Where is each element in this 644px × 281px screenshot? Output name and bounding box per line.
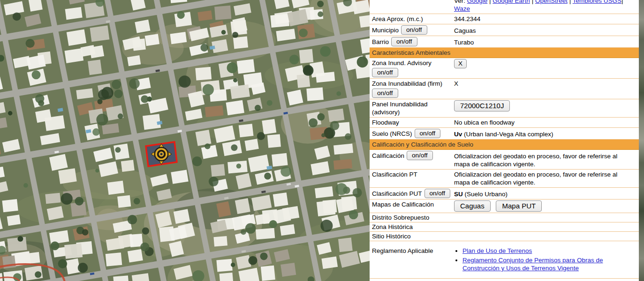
barrio-toggle-button[interactable]: on/off — [391, 37, 417, 46]
row-reglamento-aplicable: Reglamento Aplicable Plan de Uso de Terr… — [370, 241, 639, 279]
zona-inund-advisory-label: Zona Inund. Advisory — [372, 59, 432, 67]
satellite-map[interactable] — [0, 0, 370, 281]
row-clasificacion-put: Clasificación PUT on/off SU (Suelo Urban… — [370, 188, 639, 200]
external-map-links: Ver: Google | Google Earth | OpenStreet … — [453, 0, 636, 13]
link-openstreet[interactable]: OpenStreet — [535, 0, 568, 4]
zona-historica-label: Zona Histórica — [372, 223, 413, 231]
floodway-value: No ubica en floodway — [454, 119, 515, 126]
link-separator: | — [621, 0, 623, 4]
list-item: Plan de Uso de Terrenos — [462, 247, 633, 255]
row-floodway: Floodway No ubica en floodway — [370, 118, 639, 128]
mapa-put-button[interactable]: Mapa PUT — [496, 200, 542, 212]
zona-inund-firm-value: X — [454, 80, 458, 87]
row-view-links: Ver: Google | Google Earth | OpenStreet … — [370, 0, 639, 14]
barrio-label: Barrio — [372, 38, 389, 46]
calificacion-value: Oficializacion del geodato en proceso, f… — [454, 153, 617, 168]
link-temblores-usgs[interactable]: Temblores USGS — [573, 0, 621, 4]
link-waze[interactable]: Waze — [454, 5, 470, 12]
row-barrio: Barrio on/off Turabo — [370, 36, 639, 48]
reglamento-label: Reglamento Aplicable — [372, 247, 433, 255]
link-plan-uso-terrenos[interactable]: Plan de Uso de Terrenos — [462, 247, 532, 254]
clasificacion-pt-label: Clasificación PT — [372, 170, 417, 178]
row-clasificacion-pt: Clasificación PT Oficializacion del geod… — [370, 170, 639, 188]
row-panel-inund: Panel Inundabilidad (advisory) 72000C121… — [370, 99, 639, 118]
barrio-value: Turabo — [454, 39, 474, 46]
suelo-nrcs-toggle-button[interactable]: on/off — [415, 129, 441, 138]
zona-inund-firm-toggle-button[interactable]: on/off — [372, 89, 398, 98]
link-separator: | — [530, 0, 535, 4]
municipio-toggle-button[interactable]: on/off — [401, 25, 427, 35]
mapa-caguas-button[interactable]: Caguas — [454, 200, 491, 212]
area-label: Area Aprox. (m.c.) — [372, 15, 423, 23]
row-zona-inund-firm: Zona Inundabilidad (firm) on/off X — [370, 79, 639, 99]
zona-inund-advisory-toggle-button[interactable]: on/off — [372, 68, 398, 77]
info-panel: Ver: Google | Google Earth | OpenStreet … — [370, 0, 639, 281]
suelo-nrcs-code: Uv — [454, 131, 462, 138]
clasificacion-put-code: SU — [454, 191, 463, 198]
link-google-earth[interactable]: Google Earth — [492, 0, 530, 4]
row-suelo-nrcs: Suelo (NRCS) on/off Uv (Urban land-Vega … — [370, 128, 639, 140]
mapas-calificacion-label: Mapas de Calificación — [372, 200, 434, 208]
row-area: Area Aprox. (m.c.) 344.2344 — [370, 14, 639, 24]
row-sitio-historico: Sitio Histórico — [370, 232, 639, 241]
zona-inund-firm-label: Zona Inundabilidad (firm) — [372, 80, 442, 87]
section-header-ambientales: Características Ambientales — [370, 48, 639, 58]
calificacion-label: Calificación — [372, 152, 404, 160]
row-zona-historica: Zona Histórica — [370, 222, 639, 232]
map-edge-strip[interactable] — [639, 0, 644, 281]
clasificacion-put-toggle-button[interactable]: on/off — [424, 189, 451, 198]
row-distrito-sobrepuesto: Distrito Sobrepuesto — [370, 213, 639, 222]
link-reglamento-conjunto[interactable]: Reglamento Conjunto de Permisos para Obr… — [462, 257, 603, 272]
suelo-nrcs-desc: (Urban land-Vega Alta complex) — [462, 131, 553, 138]
panel-inund-button[interactable]: 72000C1210J — [454, 100, 510, 111]
floodway-label: Floodway — [372, 118, 399, 126]
list-item: Reglamento Conjunto de Permisos para Obr… — [462, 256, 633, 272]
municipio-label: Municipio — [372, 26, 399, 34]
municipio-value: Caguas — [454, 27, 476, 34]
link-separator: | — [568, 0, 573, 4]
sitio-historico-label: Sitio Histórico — [372, 232, 411, 240]
reglamento-link-list: Plan de Uso de Terrenos Reglamento Conju… — [454, 247, 633, 272]
row-calificacion: Calificación on/off Oficializacion del g… — [370, 150, 639, 170]
zona-inund-advisory-x-button[interactable]: X — [454, 59, 467, 68]
view-links-prefix: Ver: — [454, 0, 467, 4]
clasificacion-pt-value: Oficializacion del geodato en proceso, f… — [454, 171, 617, 186]
row-zona-inund-advisory: Zona Inund. Advisory on/off X — [370, 58, 639, 79]
suelo-nrcs-label: Suelo (NRCS) — [372, 130, 412, 138]
panel-inund-label: Panel Inundabilidad (advisory) — [372, 100, 453, 116]
link-separator: | — [487, 0, 492, 4]
distrito-sobrepuesto-label: Distrito Sobrepuesto — [372, 214, 429, 222]
section-header-calificacion: Calificación y Clasificación de Suelo — [370, 140, 639, 150]
area-value: 344.2344 — [454, 15, 480, 22]
link-google[interactable]: Google — [467, 0, 488, 4]
calificacion-toggle-button[interactable]: on/off — [407, 151, 433, 160]
row-municipio: Municipio on/off Caguas — [370, 24, 639, 36]
clasificacion-put-label: Clasificación PUT — [372, 190, 422, 198]
row-mapas-calificacion: Mapas de Calificación Caguas Mapa PUT — [370, 200, 639, 213]
clasificacion-put-desc: (Suelo Urbano) — [463, 191, 508, 198]
